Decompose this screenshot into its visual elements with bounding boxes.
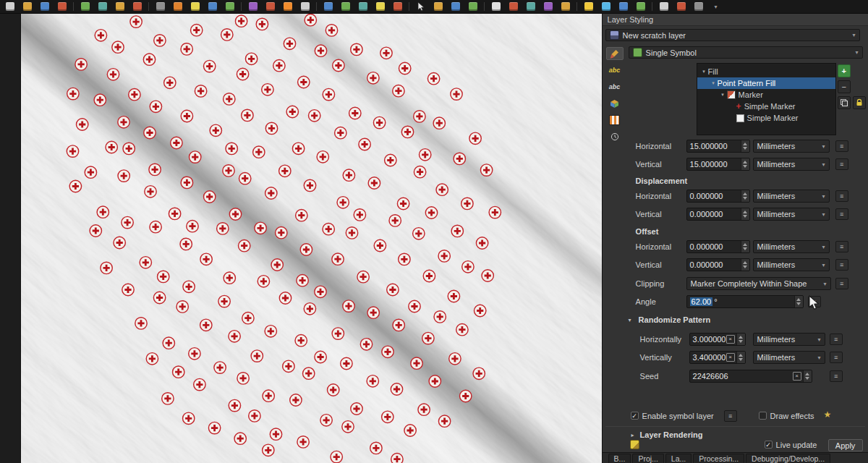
override-clear-icon[interactable]: × — [726, 335, 735, 344]
toolbar-icon-11[interactable] — [187, 1, 203, 12]
toolbar-icon-29[interactable] — [523, 1, 538, 12]
toolbar-icon-15[interactable] — [263, 1, 278, 12]
data-defined-override-button[interactable]: ≡ — [830, 352, 843, 363]
toolbar-icon-31[interactable] — [558, 1, 573, 12]
value-spinbox[interactable]: 0.000000 — [686, 190, 750, 203]
add-symbol-layer-button[interactable]: + — [838, 64, 851, 77]
data-defined-override-button[interactable]: ≡ — [724, 410, 737, 422]
toolbar-icon-16[interactable] — [280, 1, 295, 12]
toolbar-icon-25[interactable] — [448, 1, 463, 12]
data-defined-override-button[interactable]: ≡ — [835, 259, 848, 271]
toolbar-icon-12[interactable] — [205, 1, 220, 12]
layer-rendering-collapse-icon[interactable]: ▸ — [631, 432, 634, 438]
data-defined-override-button[interactable]: ≡ — [835, 158, 848, 170]
value-spinbox[interactable]: 0.000000 — [686, 258, 750, 271]
unit-combo[interactable]: Millimeters▾ — [753, 190, 830, 203]
panel-tab-3[interactable]: Processin... — [693, 454, 744, 463]
data-defined-override-button[interactable]: ≡ — [835, 190, 848, 202]
toolbar-icon-10[interactable] — [170, 1, 185, 12]
data-defined-override-button[interactable]: ≡ — [835, 208, 848, 220]
panel-tab-2[interactable]: La... — [665, 454, 692, 463]
style-manager-icon[interactable] — [630, 440, 639, 449]
unit-combo[interactable]: Millimeters▾ — [753, 351, 825, 364]
draw-effects-star-icon[interactable]: ★ — [824, 409, 832, 420]
unit-combo[interactable]: Millimeters▾ — [753, 240, 830, 253]
unit-combo[interactable]: Millimeters▾ — [753, 140, 830, 153]
toolbar-icon-09[interactable] — [153, 1, 168, 12]
toolbar-icon-19[interactable] — [338, 1, 353, 12]
data-defined-override-button[interactable]: ≡ — [830, 334, 843, 345]
map-canvas[interactable] — [21, 14, 602, 463]
toolbar-icon-34[interactable] — [616, 1, 631, 12]
toolbar-icon-07[interactable] — [112, 1, 127, 12]
toolbar-icon-03[interactable] — [37, 1, 52, 12]
toolbar-icon-06[interactable] — [95, 1, 110, 12]
spinbox-stepper[interactable] — [741, 140, 749, 152]
toolbar-icon-30[interactable] — [540, 1, 556, 12]
lightning-icon[interactable] — [581, 1, 596, 12]
layer-rendering-label[interactable]: Layer Rendering — [640, 430, 703, 439]
toolbar-icon-17[interactable] — [297, 1, 312, 12]
data-defined-override-button[interactable]: ≡ — [835, 140, 848, 152]
spinbox-stepper[interactable] — [803, 370, 812, 382]
panel-tab-4[interactable]: Debugging/Develop... — [746, 454, 830, 463]
enable-symbol-layer-checkbox[interactable]: ✓ — [631, 412, 639, 420]
toolbar-icon-38[interactable] — [691, 1, 706, 12]
toolbar-icon-37[interactable] — [673, 1, 689, 12]
unit-combo[interactable]: Millimeters▾ — [753, 158, 830, 171]
value-spinbox[interactable]: 0.000000 — [686, 240, 750, 253]
value-spinbox[interactable]: 3.400000× — [689, 351, 746, 364]
unit-combo[interactable]: Millimeters▾ — [753, 258, 830, 271]
unit-combo[interactable]: Millimeters▾ — [753, 333, 825, 346]
value-spinbox[interactable]: 3.000000× — [689, 333, 746, 346]
spinbox-stepper[interactable] — [741, 259, 749, 271]
data-defined-override-button[interactable]: ≡ — [835, 278, 848, 289]
toolbar-icon-14[interactable] — [245, 1, 260, 12]
spinbox-stepper[interactable] — [741, 241, 749, 252]
toolbar-icon-01[interactable] — [2, 1, 17, 12]
toolbar-icon-18[interactable] — [320, 1, 336, 12]
collapse-arrow-icon[interactable]: ▾ — [629, 317, 631, 323]
select-tool-icon[interactable] — [413, 1, 428, 12]
value-spinbox[interactable]: 15.000000 — [686, 158, 750, 171]
spinbox-stepper[interactable] — [741, 208, 749, 220]
toolbar-overflow-icon[interactable]: ▾ — [708, 1, 723, 12]
toolbar-icon-33[interactable] — [598, 1, 613, 12]
value-spinbox[interactable]: 15.000000 — [686, 140, 750, 153]
draw-effects-checkbox[interactable] — [759, 412, 767, 420]
seed-spinbox[interactable]: 22426606× — [689, 370, 812, 383]
panel-tab-0[interactable]: B... — [608, 454, 631, 463]
apply-button[interactable]: Apply — [828, 439, 863, 451]
spinbox-stepper[interactable] — [741, 190, 749, 202]
toolbar-icon-36[interactable] — [656, 1, 671, 12]
value-spinbox[interactable]: 0.000000 — [686, 208, 750, 221]
toolbar-icon-35[interactable] — [633, 1, 648, 12]
toolbar-icon-02[interactable] — [20, 1, 35, 12]
toolbar-icon-24[interactable] — [430, 1, 446, 12]
lock-color-button[interactable] — [853, 96, 866, 109]
toolbar-icon-26[interactable] — [465, 1, 480, 12]
toolbar-icon-05[interactable] — [77, 1, 93, 12]
unit-combo[interactable]: Millimeters▾ — [753, 208, 830, 221]
data-defined-override-button[interactable]: ≡ — [830, 370, 843, 382]
live-update-checkbox[interactable]: ✓ — [765, 441, 773, 449]
spinbox-stepper[interactable] — [736, 334, 745, 345]
spinbox-stepper[interactable] — [736, 352, 745, 363]
toolbar-icon-27[interactable] — [488, 1, 503, 12]
remove-symbol-layer-button[interactable]: − — [838, 80, 851, 93]
spinbox-stepper[interactable] — [741, 158, 749, 170]
override-clear-icon[interactable]: × — [793, 372, 801, 381]
toolbar-icon-08[interactable] — [129, 1, 145, 12]
override-clear-icon[interactable]: × — [726, 353, 735, 362]
toolbar-icon-28[interactable] — [506, 1, 521, 12]
clipping-combo[interactable]: Marker Completely Within Shape▾ — [686, 277, 831, 290]
angle-spinbox[interactable]: 62.00° — [686, 295, 804, 308]
panel-tab-1[interactable]: Proj... — [632, 454, 663, 463]
toolbar-icon-22[interactable] — [390, 1, 405, 12]
spinbox-stepper[interactable] — [794, 296, 803, 307]
toolbar-icon-04[interactable] — [54, 1, 69, 12]
toolbar-icon-13[interactable] — [222, 1, 237, 12]
toolbar-icon-20[interactable] — [355, 1, 370, 12]
toolbar-icon-21[interactable] — [373, 1, 388, 12]
data-defined-override-button[interactable]: ≡ — [835, 241, 848, 252]
